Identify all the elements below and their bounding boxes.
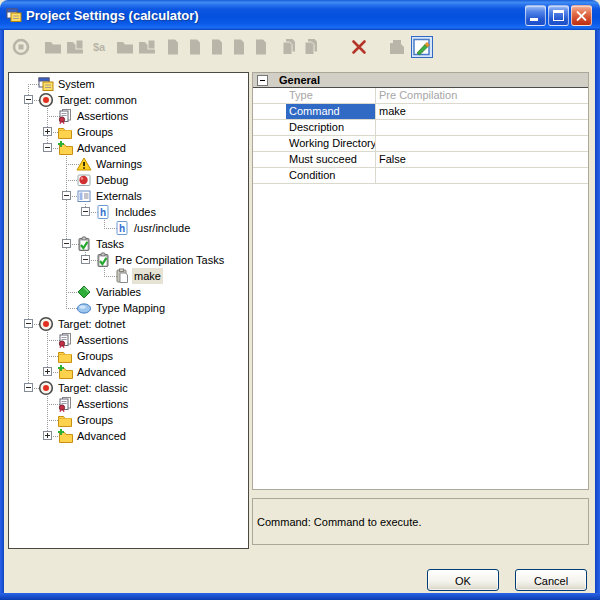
- document-icon-3[interactable]: [206, 36, 228, 58]
- window-icon: [6, 7, 22, 23]
- property-value[interactable]: [376, 136, 588, 151]
- ok-button[interactable]: OK: [427, 569, 499, 591]
- paste-icon[interactable]: [300, 36, 322, 58]
- tree-item[interactable]: Pre Compilation Tasks: [9, 252, 248, 268]
- tree-item[interactable]: Assertions: [9, 332, 248, 348]
- tree-item[interactable]: Advanced: [9, 428, 248, 444]
- tree-item-label: Target: dotnet: [56, 316, 127, 332]
- collapse-icon[interactable]: [62, 239, 71, 248]
- tree-connector-line: [28, 172, 29, 188]
- property-value[interactable]: make: [376, 104, 588, 119]
- tree-item-label: Groups: [75, 348, 115, 364]
- commit-icon[interactable]: [386, 36, 408, 58]
- tree-connector-line: [66, 172, 67, 180]
- tree-item[interactable]: Advanced: [9, 364, 248, 380]
- rename-icon[interactable]: $a: [90, 36, 112, 58]
- tree-item[interactable]: hIncludes: [9, 204, 248, 220]
- tree-item-label: Assertions: [75, 396, 130, 412]
- target-icon: [38, 316, 54, 332]
- tree-item[interactable]: Target: common: [9, 92, 248, 108]
- collapse-icon[interactable]: [24, 383, 33, 392]
- tree-item[interactable]: Warnings: [9, 156, 248, 172]
- document-icon-4[interactable]: [228, 36, 250, 58]
- minimize-button[interactable]: [525, 5, 546, 26]
- tree-connector-line: [28, 108, 29, 124]
- tree-item[interactable]: Type Mapping: [9, 300, 248, 316]
- collapse-icon[interactable]: [24, 319, 33, 328]
- open-folder-icon[interactable]: [136, 36, 158, 58]
- tree-item[interactable]: h/usr/include: [9, 220, 248, 236]
- property-label[interactable]: Type: [286, 88, 376, 103]
- new-folder-icon[interactable]: [42, 36, 64, 58]
- tree-item[interactable]: Assertions: [9, 108, 248, 124]
- collapse-icon[interactable]: [24, 95, 33, 104]
- tree-connector-line: [66, 300, 67, 308]
- toolbar: $a: [4, 32, 595, 66]
- maximize-button[interactable]: [548, 5, 569, 26]
- document-icon-1[interactable]: [162, 36, 184, 58]
- tree-item[interactable]: Groups: [9, 124, 248, 140]
- tree-item[interactable]: Target: classic: [9, 380, 248, 396]
- expand-icon[interactable]: [43, 431, 52, 440]
- title-bar[interactable]: Project Settings (calculator): [0, 0, 600, 30]
- tree-item[interactable]: Target: dotnet: [9, 316, 248, 332]
- tree-item-label: Externals: [94, 188, 144, 204]
- property-value[interactable]: [376, 168, 588, 183]
- tree-connector-line: [47, 332, 48, 340]
- tree-item[interactable]: Assertions: [9, 396, 248, 412]
- property-value[interactable]: [376, 120, 588, 135]
- property-row[interactable]: Description: [253, 120, 588, 136]
- property-label[interactable]: Condition: [286, 168, 376, 183]
- tree-item[interactable]: Externals: [9, 188, 248, 204]
- tree-item[interactable]: Variables: [9, 284, 248, 300]
- tree-item[interactable]: System: [9, 76, 248, 92]
- delete-icon[interactable]: [348, 36, 370, 58]
- property-label[interactable]: Must succeed: [286, 152, 376, 167]
- collapse-icon[interactable]: [81, 207, 90, 216]
- folder-icon[interactable]: [114, 36, 136, 58]
- folder-icon: [57, 348, 73, 364]
- project-settings-dialog: Project Settings (calculator) $a SystemT…: [0, 0, 600, 600]
- window-controls: [525, 5, 592, 26]
- close-button[interactable]: [571, 5, 592, 26]
- tree-connector-line: [66, 164, 67, 172]
- document-icon-2[interactable]: [184, 36, 206, 58]
- settings-tree[interactable]: SystemTarget: commonAssertionsGroupsAdva…: [8, 72, 249, 549]
- assertions-icon: [57, 396, 73, 412]
- tree-connector-line: [66, 292, 67, 300]
- property-row[interactable]: Commandmake: [253, 104, 588, 120]
- tree-item[interactable]: Tasks: [9, 236, 248, 252]
- tree-item[interactable]: Debug: [9, 172, 248, 188]
- property-row[interactable]: Working Directory: [253, 136, 588, 152]
- collapse-group-icon[interactable]: [257, 75, 268, 86]
- folder-document-icon[interactable]: [64, 36, 86, 58]
- property-value[interactable]: False: [376, 152, 588, 167]
- expand-icon[interactable]: [43, 367, 52, 376]
- expand-icon[interactable]: [43, 127, 52, 136]
- property-row[interactable]: Condition: [253, 168, 588, 184]
- edit-icon[interactable]: [411, 36, 433, 58]
- tree-item[interactable]: Advanced: [9, 140, 248, 156]
- collapse-icon[interactable]: [62, 191, 71, 200]
- cancel-button[interactable]: Cancel: [515, 569, 587, 591]
- tree-item[interactable]: make: [9, 268, 248, 284]
- tree-item[interactable]: Groups: [9, 412, 248, 428]
- tasks-icon: [95, 252, 111, 268]
- tree-item-label: Type Mapping: [94, 300, 167, 316]
- tree-item[interactable]: Groups: [9, 348, 248, 364]
- property-row[interactable]: TypePre Compilation: [253, 88, 588, 104]
- debug-icon: [76, 172, 92, 188]
- property-value[interactable]: Pre Compilation: [376, 88, 588, 103]
- tree-item-label: Groups: [75, 412, 115, 428]
- property-label[interactable]: Working Directory: [286, 136, 376, 151]
- property-row[interactable]: Must succeedFalse: [253, 152, 588, 168]
- document-icon-5[interactable]: [250, 36, 272, 58]
- property-label[interactable]: Description: [286, 120, 376, 135]
- property-grid[interactable]: General TypePre CompilationCommandmakeDe…: [252, 72, 589, 490]
- collapse-icon[interactable]: [43, 143, 52, 152]
- record-icon[interactable]: [10, 36, 32, 58]
- property-label[interactable]: Command: [286, 104, 376, 119]
- tree-connector-line: [104, 268, 105, 276]
- collapse-icon[interactable]: [81, 255, 90, 264]
- copy-icon[interactable]: [278, 36, 300, 58]
